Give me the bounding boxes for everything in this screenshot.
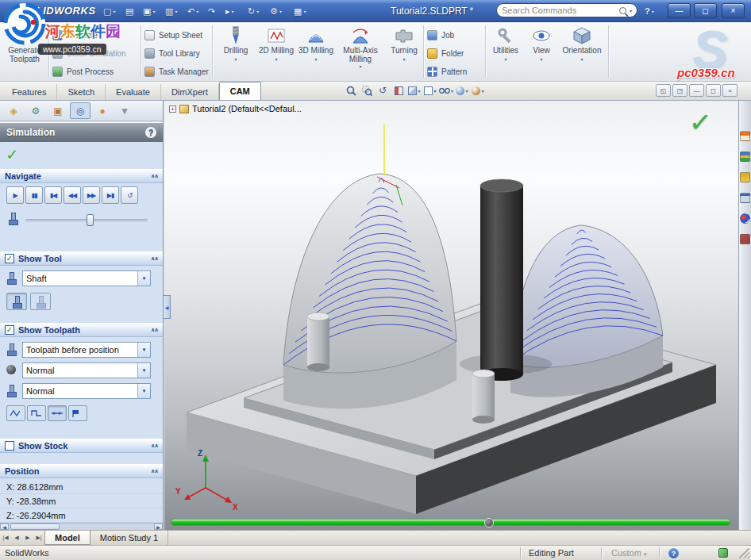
view-palette-icon[interactable] (740, 193, 750, 203)
tool-library-button[interactable]: Tool Library (144, 47, 200, 59)
step-to-start-button[interactable]: ▮◀ (44, 186, 62, 204)
chevron-down-icon[interactable]: ▾ (137, 384, 150, 398)
panel-collapse-splitter[interactable]: ◀ (164, 295, 171, 319)
wireframe-tool-button[interactable] (30, 293, 51, 310)
tab-evaluate[interactable]: Evaluate (106, 84, 161, 100)
stock-simulation-button[interactable]: Stock Simulation (52, 47, 125, 59)
doc-close-button[interactable]: × (722, 84, 738, 97)
slider-thumb[interactable] (87, 214, 94, 226)
chevron-down-icon[interactable]: ▾ (526, 56, 557, 62)
generate-toolpath-button[interactable]: ⚙ Generate Toolpath (2, 25, 48, 80)
display-manager-tab[interactable]: ● (92, 102, 113, 119)
simulation-speed-slider[interactable] (25, 212, 148, 228)
tab-cam[interactable]: CAM (219, 82, 261, 100)
orientation-button[interactable]: Orientation ▾ (559, 25, 605, 80)
drilling-button[interactable]: Drilling ▾ (216, 25, 256, 80)
doc-minimize-button[interactable]: — (689, 84, 704, 97)
tool-display-select[interactable]: Shaft ▾ (22, 270, 151, 286)
simulation-progress-bar[interactable] (171, 519, 730, 526)
play-button[interactable]: ▶ (6, 186, 24, 204)
tab-scroll-first-button[interactable]: |◀ (0, 531, 11, 545)
collapse-chevron-icon[interactable]: ∧∧ (151, 468, 158, 474)
collapse-pane-button[interactable]: ◱ (656, 84, 671, 97)
scroll-left-icon[interactable]: ◀ (0, 524, 9, 530)
doc-restore-button[interactable]: ◻ (706, 84, 721, 97)
appearance-button[interactable]: ▦▾ (294, 5, 306, 17)
confirmation-check-icon[interactable]: ✓ (687, 109, 712, 135)
search-input[interactable] (502, 6, 616, 15)
chevron-down-icon[interactable]: ▾ (487, 56, 524, 62)
toolpath-option-button-4[interactable] (68, 405, 87, 421)
chevron-down-icon[interactable]: ▾ (559, 56, 605, 62)
3d-milling-button[interactable]: 3D Milling ▾ (297, 25, 335, 80)
view-settings-button[interactable]: ▾ (470, 83, 486, 98)
toolpath-option-button-1[interactable] (6, 405, 25, 421)
resources-home-icon[interactable] (740, 131, 750, 141)
pattern-button[interactable]: Pattern (427, 65, 467, 78)
turning-button[interactable]: Turning ▾ (386, 25, 422, 80)
resize-grip[interactable] (739, 548, 749, 558)
close-button[interactable]: × (722, 3, 745, 18)
folder-button[interactable]: Folder (427, 47, 464, 59)
filter-tab[interactable]: ▼ (114, 102, 135, 119)
navigate-section-header[interactable]: Navigate ∧∧ (0, 169, 163, 183)
chevron-down-icon[interactable]: ▾ (630, 8, 632, 13)
view-button[interactable]: View ▾ (526, 25, 557, 80)
title-bar[interactable]: SOLIDWORKS ▢▾ ▤ ▣▾ ▥▾ ↶▾ ↷ ▸▾ ↻▾ ⚙▾ ▦▾ T… (0, 0, 751, 22)
minimize-button[interactable]: — (668, 3, 691, 18)
toolpath-option-button-3[interactable] (48, 405, 67, 421)
show-toolpath-section-header[interactable]: ✓ Show Toolpath ∧∧ (0, 323, 163, 337)
open-document-button[interactable]: ▤ (125, 5, 133, 17)
collapse-chevron-icon[interactable]: ∧∧ (151, 443, 158, 449)
collapse-chevron-icon[interactable]: ∧∧ (151, 173, 158, 179)
step-to-end-button[interactable]: ▶▮ (102, 186, 119, 204)
print-button[interactable]: ▥▾ (165, 5, 177, 17)
toolpath-option-button-2[interactable] (27, 405, 46, 421)
section-view-button[interactable] (391, 83, 406, 98)
show-stock-checkbox[interactable] (5, 441, 14, 451)
select-button[interactable]: ▸▾ (225, 5, 234, 17)
toolpath-mode-select-1[interactable]: Normal ▾ (22, 362, 151, 378)
expand-pane-button[interactable]: ◳ (672, 84, 687, 97)
show-stock-section-header[interactable]: Show Stock ∧∧ (0, 439, 163, 453)
post-process-button[interactable]: Post Process (52, 65, 114, 78)
save-button[interactable]: ▣▾ (143, 5, 155, 17)
chevron-down-icon[interactable]: ▾ (137, 271, 150, 286)
toolpath-display-select[interactable]: Toolpath before position ▾ (22, 342, 151, 358)
rebuild-button[interactable]: ↻▾ (248, 5, 259, 17)
edit-appearance-button[interactable]: ▾ (454, 83, 470, 98)
chevron-down-icon[interactable]: ▾ (257, 56, 295, 62)
step-back-button[interactable]: ◀◀ (64, 186, 81, 204)
command-search[interactable]: ▾ (496, 3, 637, 17)
property-manager-tab[interactable]: ⚙ (25, 102, 46, 119)
loop-button[interactable]: ↺ (121, 186, 138, 204)
hide-show-items-button[interactable]: ▾ (438, 83, 454, 98)
feature-tree-root-label[interactable]: Tutorial2 (Default<<Defaul... (192, 104, 302, 113)
panel-horizontal-scrollbar[interactable]: ◀ ▶ (0, 523, 163, 530)
cutting-tool[interactable] (480, 179, 523, 381)
undo-button[interactable]: ↶▾ (187, 5, 198, 17)
job-button[interactable]: Job (427, 29, 454, 41)
collapse-chevron-icon[interactable]: ∧∧ (151, 327, 158, 333)
cam-tree-tab[interactable]: ◎ (70, 102, 91, 119)
collapse-chevron-icon[interactable]: ∧∧ (151, 255, 158, 262)
graphics-area[interactable]: Z X Y + Tutorial2 (Default<<Defaul... ✓ (164, 101, 738, 530)
custom-properties-icon[interactable] (740, 234, 750, 244)
tab-model[interactable]: Model (44, 531, 91, 545)
previous-view-button[interactable]: ↺ (375, 83, 391, 98)
design-library-icon[interactable] (740, 152, 750, 162)
chevron-down-icon[interactable]: ▾ (137, 363, 150, 378)
tab-motion-study[interactable]: Motion Study 1 (91, 531, 168, 545)
chevron-down-icon[interactable]: ▾ (297, 56, 335, 62)
search-icon[interactable] (619, 7, 626, 14)
chevron-down-icon[interactable]: ▾ (216, 56, 256, 62)
show-tool-checkbox[interactable]: ✓ (5, 254, 14, 263)
chevron-down-icon[interactable]: ▾ (337, 63, 384, 69)
progress-handle[interactable] (484, 518, 494, 527)
utilities-button[interactable]: Utilities ▾ (487, 25, 524, 80)
show-tool-section-header[interactable]: ✓ Show Tool ∧∧ (0, 251, 163, 266)
pause-button[interactable]: ▮▮ (25, 186, 43, 204)
status-tag-icon[interactable] (718, 548, 728, 558)
status-help-icon[interactable]: ? (668, 548, 679, 558)
zoom-area-button[interactable] (359, 83, 375, 98)
